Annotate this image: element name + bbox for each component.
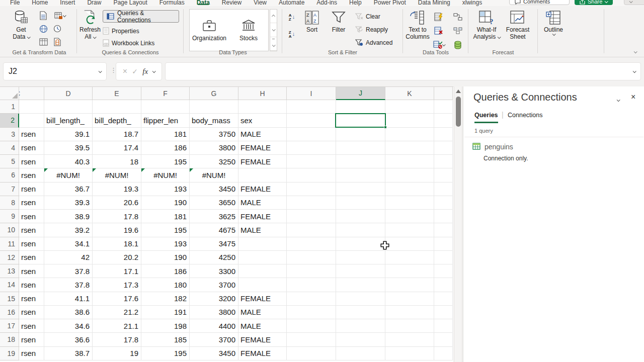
data-validation-button[interactable] [430,39,448,50]
cell-D6[interactable]: #NUM! [44,168,93,182]
cell-F12[interactable]: 190 [141,251,190,264]
gallery-more-button[interactable] [270,37,277,51]
existing-connections-button[interactable] [51,36,63,47]
cell-J16[interactable] [336,306,385,319]
cell-H9[interactable]: FEMALE [238,210,287,223]
cell-D3[interactable]: 39.1 [44,128,93,141]
cell-K12[interactable] [385,251,434,264]
chevron-down-icon[interactable] [633,69,636,73]
cell-C15[interactable]: rsen [19,292,44,306]
from-picture-button[interactable] [51,10,68,21]
cell-H1[interactable] [238,100,287,114]
cell-E8[interactable]: 20.6 [93,196,141,210]
tab-data[interactable]: Data [197,0,210,6]
cell-E17[interactable]: 21.1 [93,319,141,333]
cell-G1[interactable] [190,100,238,114]
cell-K14[interactable] [385,278,434,292]
cell-F16[interactable]: 191 [141,306,190,319]
cell-F14[interactable]: 180 [141,278,190,292]
formula-input[interactable] [165,62,641,80]
cell-J14[interactable] [336,278,385,292]
cell-K1[interactable] [385,100,434,114]
cell-F7[interactable]: 193 [141,183,190,196]
cell-E18[interactable]: 17.8 [93,333,141,346]
cell-C11[interactable]: rsen [19,237,44,251]
cell-F17[interactable]: 198 [141,319,190,333]
cell-K10[interactable] [385,223,434,237]
column-header-C[interactable]: C [19,87,44,100]
cell-C9[interactable]: rsen [19,210,44,223]
flash-fill-button[interactable] [433,11,445,22]
cell-I2[interactable] [287,114,336,127]
tab-formulas[interactable]: Formulas [159,0,185,6]
cell-C3[interactable]: rsen [19,128,44,141]
cell-I17[interactable] [287,319,336,333]
cell-K15[interactable] [385,292,434,306]
cell-H5[interactable]: FEMALE [238,155,287,168]
cell-H11[interactable] [238,237,287,251]
scrollbar-thumb[interactable] [456,97,461,127]
cell-J7[interactable] [336,183,385,196]
tab-data-mining[interactable]: Data Mining [418,0,450,6]
row-header-10[interactable]: 10 [0,223,19,237]
cell-F19[interactable]: 195 [141,347,190,360]
row-header-9[interactable]: 9 [0,210,19,223]
cell-C2[interactable] [19,114,44,127]
cell-L4[interactable] [434,141,453,155]
enter-icon[interactable]: ✓ [132,67,138,75]
cell-G13[interactable]: 3300 [190,264,238,278]
cell-K13[interactable] [385,264,434,278]
row-header-14[interactable]: 14 [0,278,19,292]
cell-C12[interactable]: rsen [19,251,44,264]
cell-L10[interactable] [434,223,453,237]
row-header-12[interactable]: 12 [0,251,19,264]
cell-F3[interactable]: 181 [141,128,190,141]
row-header-5[interactable]: 5 [0,155,19,168]
cell-L12[interactable] [434,251,453,264]
cell-G7[interactable]: 3450 [190,183,238,196]
cell-L3[interactable] [434,128,453,141]
cell-I12[interactable] [287,251,336,264]
cell-D13[interactable]: 37.8 [44,264,93,278]
tab-file[interactable]: File [10,0,20,6]
cell-H4[interactable]: FEMALE [238,141,287,155]
cell-I6[interactable] [287,168,336,182]
cell-G10[interactable]: 4675 [190,223,238,237]
cell-C4[interactable]: rsen [19,141,44,155]
row-header-2[interactable]: 2 [0,114,19,127]
forecast-sheet-button[interactable]: Forecast Sheet [503,9,532,40]
share-button[interactable]: Share [575,0,613,5]
clear-filter-button[interactable]: Clear [355,13,380,20]
share-menu-button[interactable] [624,0,644,5]
column-header-D[interactable]: D [44,87,93,100]
workbook-links-button[interactable]: Workbook Links [103,39,154,47]
pane-tab-queries[interactable]: Queries [474,112,498,123]
cell-K5[interactable] [385,155,434,168]
cell-G4[interactable]: 3800 [190,141,238,155]
filter-button[interactable]: Filter [327,9,350,33]
cell-J11[interactable] [336,237,385,251]
cell-C8[interactable]: rsen [19,196,44,210]
cell-D1[interactable] [44,100,93,114]
cell-I16[interactable] [287,306,336,319]
cell-D2[interactable]: bill_length_ [44,114,93,127]
cell-D17[interactable]: 34.6 [44,319,93,333]
cell-I9[interactable] [287,210,336,223]
row-header-8[interactable]: 8 [0,196,19,210]
cell-D5[interactable]: 40.3 [44,155,93,168]
cell-D16[interactable]: 38.6 [44,306,93,319]
reapply-filter-button[interactable]: Reapply [355,26,388,33]
cell-G15[interactable]: 3200 [190,292,238,306]
cell-F9[interactable]: 181 [141,210,190,223]
cell-E9[interactable]: 17.8 [93,210,141,223]
row-header-7[interactable]: 7 [0,183,19,196]
vertical-scrollbar[interactable] [454,86,462,362]
cell-I8[interactable] [287,196,336,210]
cell-G8[interactable]: 3650 [190,196,238,210]
from-text-csv-button[interactable] [37,10,49,21]
tab-help[interactable]: Help [349,0,362,6]
cell-F5[interactable]: 195 [141,155,190,168]
cell-L15[interactable] [434,292,453,306]
cell-D10[interactable]: 39.2 [44,223,93,237]
tab-automate[interactable]: Automate [279,0,304,6]
